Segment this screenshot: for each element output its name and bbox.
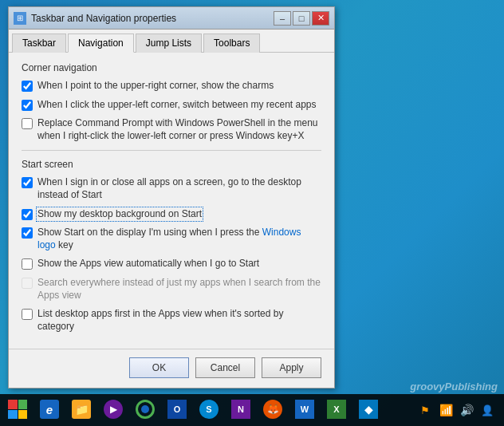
firefox-icon: 🦊 [263, 400, 282, 419]
outlook-icon: O [167, 400, 187, 419]
explorer-icon: 📁 [72, 400, 91, 419]
taskbar-tray: ⚑ 📶 🔊 👤 [416, 401, 502, 419]
maximize-button[interactable]: □ [293, 11, 310, 26]
checkbox-goto-desktop: When I sign in or close all apps on a sc… [22, 176, 321, 201]
charms-label: When I point to the upper-right corner, … [37, 80, 274, 93]
taskbar-item-skype[interactable]: S [193, 394, 225, 426]
taskbar: e 📁 ▶ O S N 🦊 [0, 394, 504, 426]
dialog-titlebar: ⊞ Taskbar and Navigation properties – □ … [9, 7, 334, 30]
desktop-apps-first-label: List desktop apps first in the Apps view… [37, 308, 321, 333]
taskbar-item-dropbox[interactable]: ◆ [352, 394, 384, 426]
cancel-button[interactable]: Cancel [195, 357, 255, 378]
word-icon: W [295, 400, 314, 419]
tray-user-icon[interactable]: 👤 [478, 401, 496, 419]
dialog-controls: – □ ✕ [274, 11, 329, 26]
windows-logo-checkbox[interactable] [22, 227, 33, 239]
checkbox-apps-view: Show the Apps view automatically when I … [22, 258, 321, 270]
checkbox-windows-logo: Show Start on the display I'm using when… [22, 227, 321, 251]
taskbar-item-chrome[interactable] [129, 394, 161, 426]
ie-icon: e [40, 400, 59, 419]
recent-apps-label: When I click the upper-left corner, swit… [37, 99, 317, 112]
taskbar-item-ie[interactable]: e [33, 394, 65, 426]
checkbox-desktop-background: Show my desktop background on Start [22, 208, 321, 221]
taskbar-item-mediaplayer[interactable]: ▶ [97, 394, 129, 426]
apps-view-checkbox[interactable] [22, 258, 33, 270]
close-button[interactable]: ✕ [312, 11, 329, 26]
tab-jump-lists[interactable]: Jump Lists [136, 34, 202, 53]
ok-button[interactable]: OK [129, 357, 189, 378]
skype-icon: S [199, 400, 219, 419]
checkbox-search-everywhere: Search everywhere instead of just my app… [22, 277, 321, 302]
tray-flag-icon[interactable]: ⚑ [416, 401, 434, 419]
recent-apps-checkbox[interactable] [22, 100, 33, 111]
desktop-background-label: Show my desktop background on Start [37, 208, 202, 221]
tab-bar: Taskbar Navigation Jump Lists Toolbars [9, 30, 334, 53]
taskbar-item-outlook[interactable]: O [161, 394, 193, 426]
taskbar-start-button[interactable] [2, 394, 33, 426]
onenote-icon: N [231, 400, 250, 419]
taskbar-item-firefox[interactable]: 🦊 [257, 394, 289, 426]
excel-icon: X [327, 400, 346, 419]
corner-navigation-label: Corner navigation [22, 62, 321, 73]
start-screen-label: Start screen [22, 159, 321, 170]
watermark: groovyPublishing [410, 381, 498, 392]
powershell-label: Replace Command Prompt with Windows Powe… [37, 117, 321, 142]
dropbox-icon: ◆ [359, 400, 378, 419]
dialog-title: Taskbar and Navigation properties [31, 13, 274, 24]
mediaplayer-icon: ▶ [104, 400, 123, 419]
taskbar-item-word[interactable]: W [289, 394, 321, 426]
checkbox-desktop-apps-first: List desktop apps first in the Apps view… [22, 308, 321, 333]
powershell-checkbox[interactable] [22, 118, 33, 129]
goto-desktop-label: When I sign in or close all apps on a sc… [37, 176, 321, 201]
desktop: groovyPublishing ⊞ Taskbar and Navigatio… [0, 0, 504, 426]
checkbox-charms: When I point to the upper-right corner, … [22, 80, 321, 93]
chrome-icon [136, 400, 155, 419]
taskbar-item-explorer[interactable]: 📁 [65, 394, 97, 426]
tab-navigation[interactable]: Navigation [68, 34, 134, 53]
section-divider-1 [22, 150, 321, 151]
taskbar-item-excel[interactable]: X [321, 394, 352, 426]
tray-network-icon[interactable]: 📶 [437, 401, 455, 419]
tray-volume-icon[interactable]: 🔊 [458, 401, 475, 419]
button-bar: OK Cancel Apply [9, 349, 334, 388]
search-everywhere-label: Search everywhere instead of just my app… [37, 277, 321, 302]
taskbar-item-onenote[interactable]: N [225, 394, 257, 426]
desktop-apps-first-checkbox[interactable] [22, 309, 33, 320]
charms-checkbox[interactable] [22, 81, 33, 92]
apps-view-label: Show the Apps view automatically when I … [37, 258, 259, 270]
desktop-background-checkbox[interactable] [22, 209, 33, 220]
goto-desktop-checkbox[interactable] [22, 177, 33, 188]
tab-taskbar[interactable]: Taskbar [12, 34, 66, 53]
minimize-button[interactable]: – [274, 11, 291, 26]
tab-toolbars[interactable]: Toolbars [203, 34, 260, 53]
dialog-body: Corner navigation When I point to the up… [9, 53, 334, 349]
search-everywhere-checkbox[interactable] [22, 278, 33, 289]
dialog-window: ⊞ Taskbar and Navigation properties – □ … [8, 6, 335, 389]
checkbox-recent-apps: When I click the upper-left corner, swit… [22, 99, 321, 112]
dialog-title-icon: ⊞ [14, 12, 26, 25]
windows-logo-label: Show Start on the display I'm using when… [37, 227, 321, 251]
apply-button[interactable]: Apply [262, 357, 321, 378]
checkbox-powershell: Replace Command Prompt with Windows Powe… [22, 117, 321, 142]
